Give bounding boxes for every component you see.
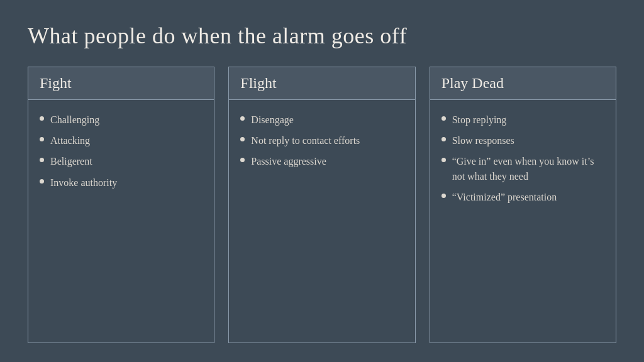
card-play-dead-header: Play Dead	[430, 67, 616, 100]
list-item-text: Attacking	[50, 133, 90, 148]
bullet-dot-icon	[441, 137, 446, 141]
card-fight: FightChallengingAttackingBeligerentInvok…	[28, 67, 214, 343]
bullet-dot-icon	[240, 158, 245, 162]
bullet-dot-icon	[441, 194, 446, 198]
card-flight: FlightDisengageNot reply to contact effo…	[228, 67, 415, 343]
card-play-dead-body: Stop replyingSlow responses“Give in” eve…	[430, 100, 616, 343]
list-item-text: Passive aggressive	[251, 154, 326, 168]
bullet-dot-icon	[40, 116, 44, 121]
card-play-dead: Play DeadStop replyingSlow responses“Giv…	[430, 67, 616, 343]
page: What people do when the alarm goes off F…	[0, 0, 644, 362]
list-item-text: Not reply to contact efforts	[251, 133, 360, 148]
bullet-dot-icon	[240, 137, 245, 141]
list-item-text: Beligerent	[50, 154, 92, 168]
bullet-dot-icon	[40, 158, 44, 162]
list-item: Attacking	[40, 133, 203, 148]
card-fight-body: ChallengingAttackingBeligerentInvoke aut…	[28, 100, 214, 343]
list-item-text: Disengage	[251, 112, 294, 127]
card-flight-body: DisengageNot reply to contact effortsPas…	[229, 100, 414, 343]
list-item: Beligerent	[40, 154, 203, 168]
list-item-text: Challenging	[50, 112, 99, 127]
page-title: What people do when the alarm goes off	[28, 23, 616, 49]
list-item: Not reply to contact efforts	[240, 133, 403, 148]
card-flight-header: Flight	[229, 67, 414, 100]
list-item: Disengage	[240, 112, 403, 127]
cards-container: FightChallengingAttackingBeligerentInvok…	[28, 67, 616, 343]
bullet-dot-icon	[40, 137, 44, 141]
card-flight-title: Flight	[240, 75, 403, 92]
bullet-dot-icon	[40, 179, 44, 184]
list-item-text: “Victimized” presentation	[452, 190, 557, 204]
card-play-dead-list: Stop replyingSlow responses“Give in” eve…	[441, 112, 604, 204]
list-item: Passive aggressive	[240, 154, 403, 168]
list-item-text: “Give in” even when you know it’s not wh…	[452, 154, 604, 183]
bullet-dot-icon	[441, 116, 446, 121]
card-flight-list: DisengageNot reply to contact effortsPas…	[240, 112, 403, 169]
list-item-text: Invoke authority	[50, 175, 117, 190]
card-fight-list: ChallengingAttackingBeligerentInvoke aut…	[40, 112, 203, 190]
list-item: “Victimized” presentation	[441, 190, 604, 204]
list-item-text: Stop replying	[452, 112, 507, 127]
card-fight-title: Fight	[40, 75, 203, 92]
card-fight-header: Fight	[28, 67, 214, 100]
list-item-text: Slow responses	[452, 133, 514, 148]
bullet-dot-icon	[441, 158, 446, 162]
list-item: “Give in” even when you know it’s not wh…	[441, 154, 604, 183]
card-play-dead-title: Play Dead	[441, 75, 604, 92]
list-item: Challenging	[40, 112, 203, 127]
list-item: Stop replying	[441, 112, 604, 127]
list-item: Invoke authority	[40, 175, 203, 190]
bullet-dot-icon	[240, 116, 245, 121]
list-item: Slow responses	[441, 133, 604, 148]
